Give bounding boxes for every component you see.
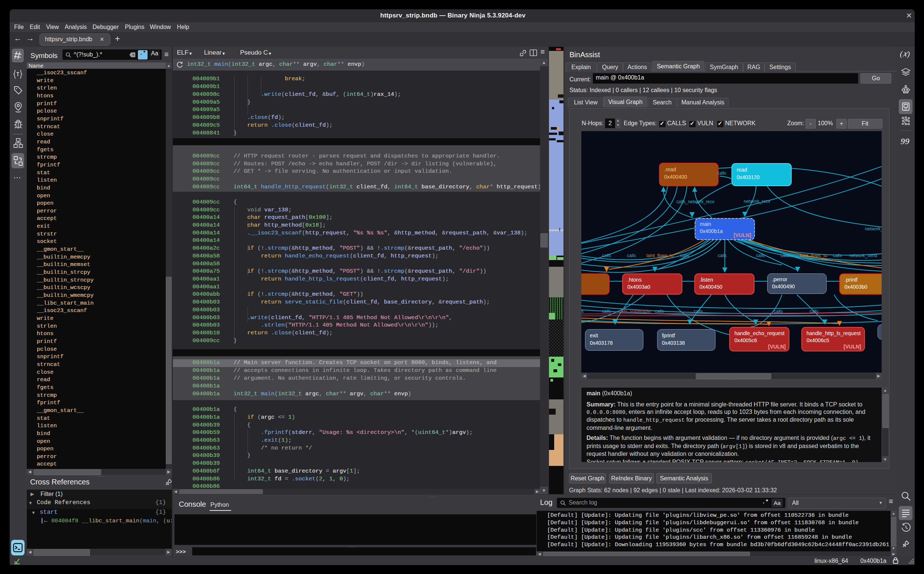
svg-text:✕: ✕	[132, 53, 135, 57]
